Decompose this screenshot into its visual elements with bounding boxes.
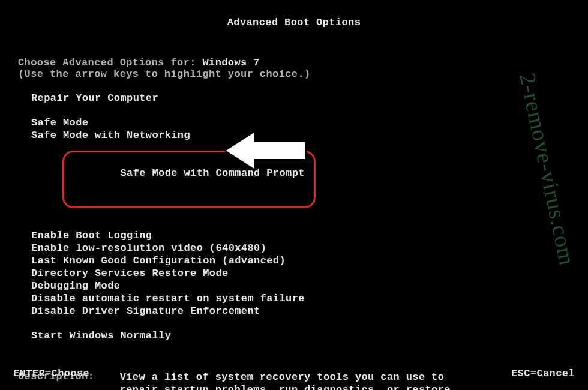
footer-esc: ESC=Cancel <box>511 368 575 379</box>
option-repair-your-computer[interactable]: Repair Your Computer <box>31 92 570 104</box>
option-last-known-good[interactable]: Last Known Good Configuration (advanced) <box>31 254 570 267</box>
option-safe-mode-command-prompt-label: Safe Mode with Command Prompt <box>120 167 304 179</box>
footer-enter: ENTER=Choose <box>13 368 89 379</box>
option-safe-mode-networking[interactable]: Safe Mode with Networking <box>31 129 570 142</box>
option-safe-mode-command-prompt[interactable]: Safe Mode with Command Prompt <box>31 142 570 217</box>
screen-title: Advanced Boot Options <box>0 0 588 28</box>
arrow-keys-hint: (Use the arrow keys to highlight your ch… <box>18 68 570 80</box>
option-low-res-video[interactable]: Enable low-resolution video (640x480) <box>31 242 570 254</box>
option-ds-restore-mode[interactable]: Directory Services Restore Mode <box>31 267 570 280</box>
callout-circle <box>62 151 316 208</box>
option-disable-auto-restart[interactable]: Disable automatic restart on system fail… <box>31 292 570 305</box>
option-safe-mode[interactable]: Safe Mode <box>31 116 570 129</box>
os-name: Windows 7 <box>202 57 259 68</box>
choose-prefix: Choose Advanced Options for: <box>18 57 202 68</box>
option-disable-driver-sig[interactable]: Disable Driver Signature Enforcement <box>31 305 570 317</box>
option-debugging-mode[interactable]: Debugging Mode <box>31 280 570 292</box>
option-start-windows-normally[interactable]: Start Windows Normally <box>31 329 570 342</box>
option-boot-logging[interactable]: Enable Boot Logging <box>31 229 570 242</box>
choose-line: Choose Advanced Options for: Windows 7 <box>18 57 570 68</box>
